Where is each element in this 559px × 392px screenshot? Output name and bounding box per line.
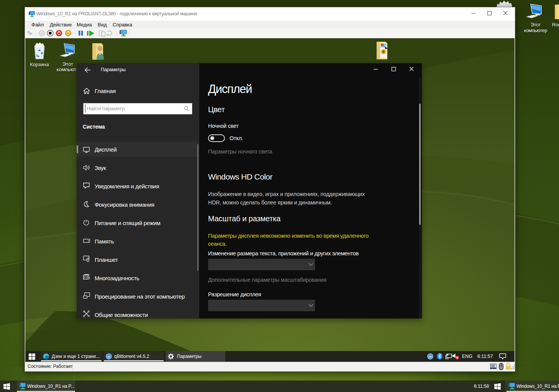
svg-text:qb: qb xyxy=(429,355,432,358)
svg-text:qb: qb xyxy=(107,355,110,358)
